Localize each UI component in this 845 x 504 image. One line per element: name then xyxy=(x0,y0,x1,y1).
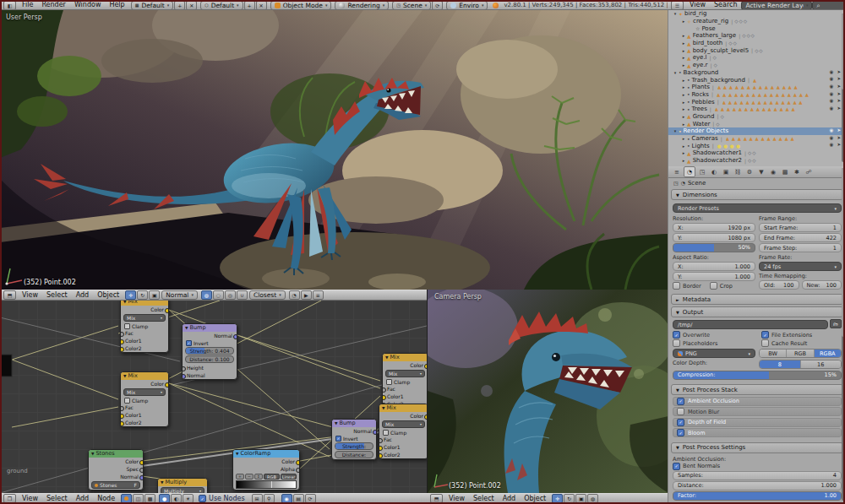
percentage-slider[interactable]: 50% xyxy=(673,243,755,252)
expander-icon[interactable]: ▸ xyxy=(680,62,687,68)
menu-view[interactable]: View xyxy=(685,1,710,9)
menu-help[interactable]: Help xyxy=(105,1,128,9)
menu-render[interactable]: Render xyxy=(37,1,69,9)
material-preview-icon[interactable]: ◉ xyxy=(281,494,292,503)
colorramp-gradient[interactable] xyxy=(236,480,297,489)
slider-factor[interactable]: Factor:1.00 xyxy=(673,491,842,501)
tab-physics[interactable]: ☍ xyxy=(804,167,814,176)
outliner-row[interactable]: ▾✦bird_rig xyxy=(668,10,845,18)
visibility-eye-icon[interactable]: ◉ xyxy=(830,127,834,133)
number-field-startframe[interactable]: Start Frame:1 xyxy=(759,223,842,232)
tab-material[interactable]: ◉ xyxy=(768,167,778,176)
mode-dropdown[interactable]: Object Mode▾ xyxy=(270,1,332,10)
node-title[interactable]: ▼Mix xyxy=(383,354,427,361)
panel-post-process-settings[interactable]: ▼Post Process Settings xyxy=(671,442,843,453)
number-field-framestep[interactable]: Frame Step:1 xyxy=(759,243,842,252)
node-title[interactable]: ▼Multiply xyxy=(158,479,207,486)
outliner-row[interactable]: ☆Pose xyxy=(668,24,845,32)
depth-8[interactable]: 8 xyxy=(760,360,801,368)
number-field-samples[interactable]: Samples:4 xyxy=(673,471,842,480)
checkbox-bent-normals[interactable]: ✓Bent Normals xyxy=(673,463,842,470)
proportional-edit-icon[interactable]: ◌ xyxy=(213,290,224,300)
expander-icon[interactable]: ▸ xyxy=(680,114,687,119)
outliner-row[interactable]: ▸•Cameras|▲ ▲ ▲ ▲ ▲ ▲ ▲ ▲ ▲ ▲ ▲ ▲ ◉➤ xyxy=(668,135,845,143)
expander-icon[interactable]: ▸ xyxy=(680,19,687,24)
visibility-eye-icon[interactable]: ◉ xyxy=(830,142,834,147)
node-socket[interactable] xyxy=(382,387,386,393)
expander-icon[interactable]: ▸ xyxy=(680,92,687,97)
delete-layout-button[interactable]: ✕ xyxy=(186,1,197,10)
render-presets-dropdown[interactable]: Render Presets▾ xyxy=(673,203,842,213)
node-value-distance[interactable]: Distance: 0.100 xyxy=(335,451,373,458)
node-checkbox[interactable]: Clamp xyxy=(121,397,168,404)
file-format-dropdown[interactable]: PNG ▾ xyxy=(673,349,755,358)
3dview-editor-icon[interactable]: ⬒ xyxy=(3,290,16,300)
node-colorramp[interactable]: ▼ColorRampColorAlpha+−↕RGBLinear xyxy=(232,449,300,490)
node-title[interactable]: ▼Mix xyxy=(379,404,427,412)
expander-icon[interactable]: ▾ xyxy=(672,11,679,16)
number-field-y[interactable]: Y:1.000 xyxy=(673,272,755,281)
expander-icon[interactable]: ▸ xyxy=(680,136,687,141)
snap-magnet-icon[interactable]: ∪ xyxy=(237,290,248,300)
menu-add[interactable]: Add xyxy=(499,495,521,503)
render-anim-icon[interactable]: ▶ xyxy=(301,290,312,300)
color-mode-rgb[interactable]: RGB xyxy=(787,350,814,357)
number-field-old[interactable]: Old:100 xyxy=(759,280,799,290)
outliner-row[interactable]: ▸▲Water|◇ xyxy=(668,120,845,127)
panel-output[interactable]: ▼Output xyxy=(671,306,843,317)
translate-manipulator-icon[interactable]: ✛ xyxy=(125,290,136,300)
node-socket[interactable] xyxy=(120,332,124,337)
visibility-eye-icon[interactable]: ◉ xyxy=(830,91,834,96)
renderability-icon[interactable]: ➤ xyxy=(837,127,841,133)
panel-post-process-stack[interactable]: ▼Post Process Stack xyxy=(671,384,843,395)
tab-world[interactable]: ◐ xyxy=(709,167,719,176)
texture-nodes-icon[interactable]: ▩ xyxy=(144,494,155,503)
menu-node[interactable]: Node xyxy=(93,495,119,503)
expander-icon[interactable]: ▸ xyxy=(680,100,687,105)
node-socket[interactable] xyxy=(233,334,237,339)
node-title[interactable]: ▼Mix xyxy=(121,372,168,380)
scene-dropdown[interactable]: ⬡Default▾ xyxy=(200,1,243,10)
visibility-eye-icon[interactable]: ◉ xyxy=(830,106,834,111)
editor-type-icon[interactable]: ◧ xyxy=(3,1,16,10)
transform-orientation-dropdown[interactable]: Normal▾ xyxy=(161,290,198,300)
node-checkbox[interactable]: Clamp xyxy=(379,429,427,436)
node-title[interactable]: ▼Stones xyxy=(89,450,143,458)
header-extra-icon[interactable]: ≡ xyxy=(313,290,324,300)
outliner-row[interactable]: ▸▲bird_tooth|◇◇ xyxy=(668,40,845,47)
color-mode-bw[interactable]: BW xyxy=(760,350,787,357)
output-path-field[interactable]: /tmp/ xyxy=(673,320,828,329)
node-mix[interactable]: ▼MixColorMix▾ClampFacColor1Color2 xyxy=(382,353,427,409)
node-dropdown[interactable]: Mix▾ xyxy=(123,314,166,322)
renderability-icon[interactable]: ➤ xyxy=(837,98,841,103)
outliner-editor-icon[interactable]: ☰ xyxy=(671,1,684,10)
visibility-eye-icon[interactable]: ◉ xyxy=(830,69,834,74)
visibility-eye-icon[interactable]: ◉ xyxy=(830,135,834,140)
menu-select[interactable]: Select xyxy=(469,495,499,503)
cam-rotate-icon[interactable]: ↻ xyxy=(564,494,575,503)
expander-icon[interactable]: ▾ xyxy=(672,128,679,133)
render-layer-dropdown[interactable]: Enviro▾ xyxy=(446,1,488,10)
camera-view-editor-icon[interactable]: ⬒ xyxy=(430,494,443,503)
tab-object[interactable]: ▣ xyxy=(721,167,731,176)
number-field-new[interactable]: New:100 xyxy=(802,280,842,290)
add-layout-button[interactable]: + xyxy=(174,1,185,10)
outliner-row[interactable]: ▾•Render Objects◉➤ xyxy=(668,127,845,135)
node-socket[interactable] xyxy=(120,421,124,426)
outliner-row[interactable]: ▸•Plants|▲ ▲ ▲ ▲ ▲ ▲ ▲ ▲ ▲ ▲ ▲ ▲ ▲ ▲ ◉➤ xyxy=(668,84,845,91)
outliner-row[interactable]: ▸•Trash_background|▲ ◉➤ xyxy=(668,76,845,84)
menu-add[interactable]: Add xyxy=(72,291,94,300)
menu-file[interactable]: File xyxy=(18,1,37,9)
shader-nodes-icon[interactable] xyxy=(121,494,132,503)
renderability-icon[interactable]: ➤ xyxy=(837,142,841,147)
node-dropdown[interactable]: Mix▾ xyxy=(385,370,425,377)
node-checkbox[interactable]: Clamp xyxy=(121,322,168,329)
node-socket[interactable] xyxy=(296,460,300,465)
outliner-search-input[interactable]: ⌕ xyxy=(812,1,845,10)
add-scene-button[interactable]: + xyxy=(244,1,255,10)
node-socket[interactable] xyxy=(139,475,144,480)
scale-manipulator-icon[interactable]: ▣ xyxy=(149,290,160,300)
node-dropdown[interactable]: Mix▾ xyxy=(123,388,166,396)
color-mode-rgba[interactable]: RGBA xyxy=(815,350,841,357)
display-mode-dropdown[interactable]: Active Render Layer▾ xyxy=(741,1,812,10)
